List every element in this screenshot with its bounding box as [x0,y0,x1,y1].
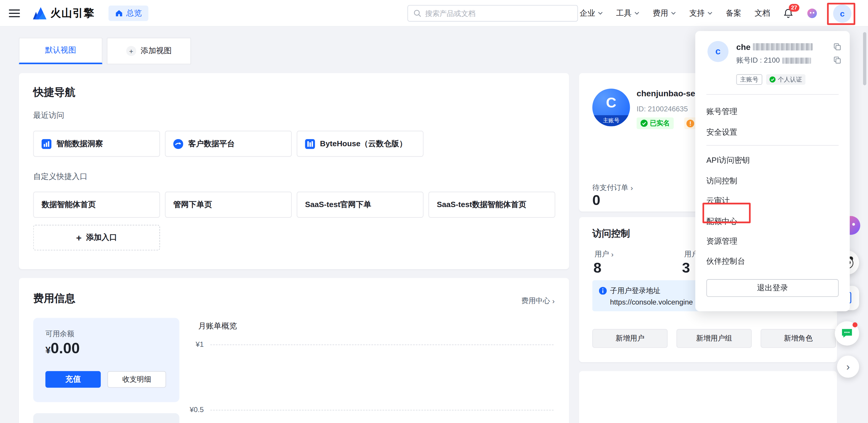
notifications-button[interactable]: 27 [783,8,793,18]
account-dropdown-menu: c che 账号ID : 2100 主账号 个人认证 [695,31,850,311]
navbar-right-menu: 企业 工具 费用 支持 备案 文档 [580,0,851,27]
dropdown-id-text: 账号ID : 2100 [736,56,780,66]
nav-menu-icp[interactable]: 备案 [726,8,741,18]
notification-badge: 27 [789,4,800,11]
statement-button[interactable]: 收支明细 [107,371,166,388]
dropdown-account-id: 账号ID : 2100 [736,56,811,66]
menu-item-quota-center[interactable]: 配额中心 [707,214,829,230]
billing-center-link[interactable]: 费用中心 › [521,296,555,306]
chevron-right-icon: › [846,361,850,373]
copy-id-button[interactable] [834,56,841,63]
custom-entry-card[interactable]: SaaS-test官网下单 [297,192,423,218]
tab-add-view[interactable]: + 添加视图 [107,38,191,64]
currency-symbol: ¥ [45,345,51,356]
shortcut-label: 客户数据平台 [188,139,235,149]
search-input[interactable] [425,9,572,18]
add-entry-button[interactable]: + 添加入口 [33,225,160,250]
hamburger-menu-button[interactable] [9,8,20,19]
floating-expand-button[interactable]: › [837,356,859,378]
pending-orders-label: 待支付订单 [592,183,628,193]
account-name: chenjunbao-see [637,89,700,98]
recent-visits-label: 最近访问 [33,111,64,121]
nav-menu-support[interactable]: 支持 [689,8,712,18]
chevron-right-icon: › [611,250,614,259]
floating-feedback-button[interactable] [835,322,860,346]
nav-menu-enterprise[interactable]: 企业 [580,8,603,18]
y-tick-label: ¥1 [168,340,204,348]
nav-menu-label: 企业 [580,8,595,18]
users-link[interactable]: 用户 › [595,249,614,259]
nav-menu-tools[interactable]: 工具 [616,8,640,18]
shortcut-card-bytehouse[interactable]: ByteHouse（云数仓版） [297,131,423,157]
dropdown-avatar: c [707,41,728,62]
pending-orders-link[interactable]: 待支付订单 › [592,183,633,193]
cdp-icon [173,139,183,149]
nav-menu-docs[interactable]: 文档 [755,8,770,18]
extra-card [579,371,837,423]
dropdown-account-name: che [736,42,812,52]
custom-entry-label: SaaS-test数据智能体首页 [437,200,526,210]
menu-item-account-management[interactable]: 账号管理 [707,104,829,120]
overview-button[interactable]: 总览 [108,6,149,21]
menu-item-partner-console[interactable]: 伙伴控制台 [707,254,829,269]
volcano-logo-icon [32,7,46,19]
custom-entry-card[interactable]: 数据智能体首页 [33,192,160,218]
account-avatar-letter: C [592,94,630,111]
nav-menu-label: 费用 [653,8,669,18]
add-entry-label: 添加入口 [86,233,117,243]
search-box[interactable] [407,5,578,22]
redacted-text [753,43,813,50]
copy-name-button[interactable] [834,43,841,50]
shortcut-card-data-insight[interactable]: 智能数据洞察 [33,131,160,157]
tab-add-view-label: 添加视图 [141,46,172,56]
brand-logo[interactable]: 火山引擎 [32,0,95,27]
search-icon [414,9,421,17]
menu-item-resource-management[interactable]: 资源管理 [707,234,829,249]
personal-cert-label: 个人认证 [778,75,802,84]
menu-item-api-keys[interactable]: API访问密钥 [707,153,829,169]
users-label: 用户 [595,249,609,259]
menu-item-access-control[interactable]: 访问控制 [707,173,829,189]
tab-default-view[interactable]: 默认视图 [19,38,102,64]
add-user-group-button[interactable]: 新增用户组 [676,329,752,348]
custom-entry-card[interactable]: SaaS-test数据智能体首页 [428,192,555,218]
recharge-button[interactable]: 充值 [45,371,101,388]
add-user-button[interactable]: 新增用户 [592,329,668,348]
menu-item-security-settings[interactable]: 安全设置 [707,125,829,140]
billing-center-label: 费用中心 [521,296,550,306]
custom-entry-label: 数据智能体首页 [42,200,96,210]
custom-entry-card[interactable]: 管网下单页 [165,192,292,218]
chevron-right-icon: › [552,297,555,305]
add-role-button[interactable]: 新增角色 [761,329,836,348]
y-tick-label: ¥0.5 [168,405,204,414]
custom-entry-label: 管网下单页 [173,200,212,210]
user-avatar[interactable]: c [833,4,851,23]
verified-badge-label: 已实名 [650,118,670,128]
notice-url[interactable]: https://console.volcengine [610,298,693,306]
notification-dot [852,322,858,327]
page-scrollbar[interactable] [863,32,866,85]
shortcut-card-cdp[interactable]: 客户数据平台 [165,131,292,157]
quick-nav-title: 快捷导航 [33,85,75,100]
billing-card: 费用信息 费用中心 › 可用余额 ¥0.00 充值 收支明细 月账单概览 ¥1 … [19,278,569,423]
account-avatar: C 主账号 [592,89,630,126]
warning-circle-icon [686,119,694,127]
chat-icon [841,328,853,339]
balance-panel: 可用余额 ¥0.00 充值 收支明细 [33,318,180,402]
chevron-right-icon: › [631,184,633,192]
divider [707,94,839,95]
volcengine-console-page: 火山引擎 总览 企业 工具 费用 [0,0,868,423]
balance-value: 0.00 [51,340,80,357]
verified-badge: 已实名 [637,118,674,129]
nav-menu-billing[interactable]: 费用 [653,8,676,18]
bytehouse-icon [305,139,315,149]
check-circle-icon [640,120,647,127]
plus-icon: + [76,233,82,242]
logout-button[interactable]: 退出登录 [707,279,839,297]
nav-menu-label: 备案 [726,8,741,18]
mascot-button[interactable] [807,8,818,19]
mascot-icon [807,8,818,19]
balance-label: 可用余额 [45,329,74,339]
custom-entry-label: SaaS-test官网下单 [305,200,371,210]
menu-item-cloud-audit[interactable]: 云审计 [707,193,829,209]
